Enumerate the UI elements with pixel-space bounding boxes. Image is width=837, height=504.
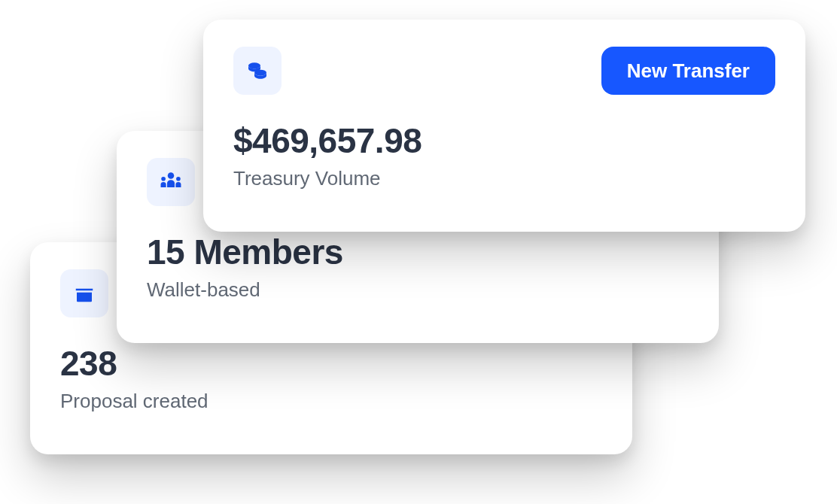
treasury-label: Treasury Volume [233,167,775,190]
members-value: 15 Members [147,232,689,272]
new-transfer-button[interactable]: New Transfer [601,47,775,95]
members-icon [147,158,195,206]
members-label: Wallet-based [147,278,689,302]
svg-point-1 [161,177,166,181]
svg-point-3 [248,62,260,68]
svg-point-4 [254,70,266,76]
svg-point-0 [168,172,175,179]
proposals-label: Proposal created [60,390,602,413]
treasury-value: $469,657.98 [233,120,775,161]
coins-icon [233,47,282,95]
proposals-value: 238 [60,343,602,384]
svg-point-2 [176,177,181,181]
box-icon [60,269,108,317]
card-treasury: New Transfer $469,657.98 Treasury Volume [203,20,805,232]
